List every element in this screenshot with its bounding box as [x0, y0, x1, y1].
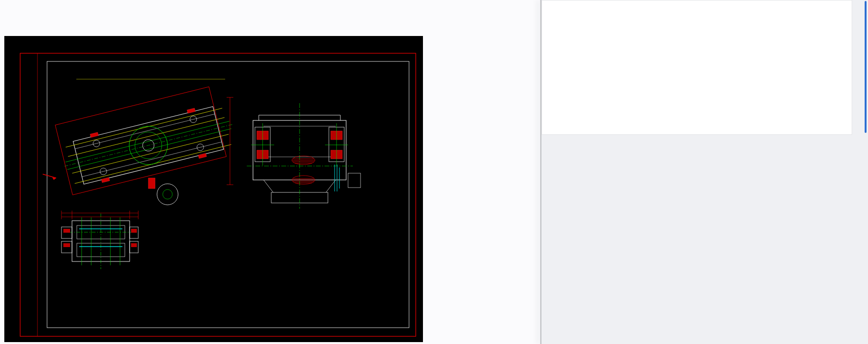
sheet-frame: [20, 53, 416, 336]
bearing-right: [325, 123, 348, 166]
vertical-scrollbar[interactable]: [865, 1, 867, 133]
cad-drawing: [4, 36, 423, 342]
file-browser-pane: [542, 0, 868, 344]
end-view: [247, 103, 361, 209]
a-view: [61, 211, 138, 269]
side-view: [54, 79, 240, 205]
file-grid: [542, 0, 863, 344]
file-grid-panel: [542, 0, 852, 135]
a-view-pointer: [43, 174, 56, 180]
bearing-left: [251, 123, 274, 166]
cad-drawing-canvas[interactable]: [4, 36, 423, 342]
cad-viewer-page: [0, 0, 541, 344]
